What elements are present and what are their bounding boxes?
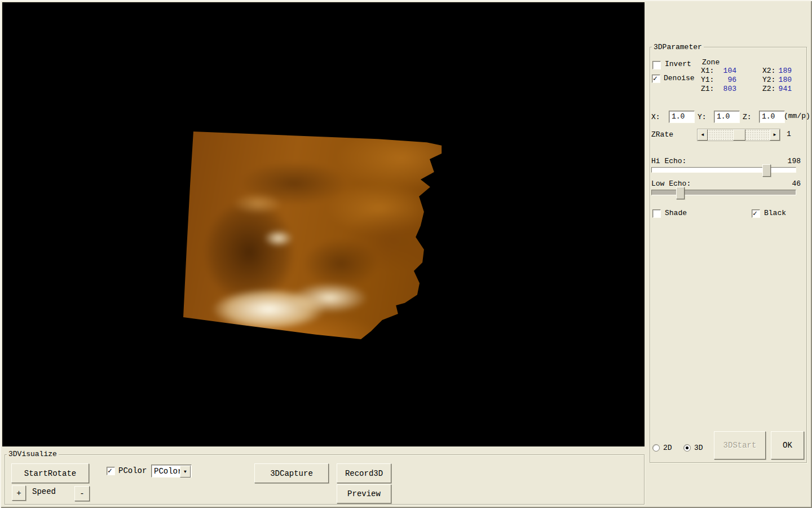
zrate-scrollbar-thumb[interactable] <box>733 129 745 141</box>
hi-echo-slider-thumb[interactable] <box>762 164 771 177</box>
zone-y2-label: Y2: <box>762 76 775 84</box>
z-scale-input[interactable]: 1.0 <box>759 111 785 123</box>
record-3d-button[interactable]: Record3D <box>337 463 391 483</box>
preview-button[interactable]: Preview <box>337 484 391 503</box>
x-scale-input[interactable]: 1.0 <box>669 111 695 123</box>
zone-y1-label: Y1: <box>701 76 714 84</box>
pcolor-checkbox-label: PColor <box>118 467 147 475</box>
zrate-label: ZRate <box>651 130 673 139</box>
speed-plus-button[interactable]: + <box>12 485 26 501</box>
z-scale-label: Z: <box>743 113 752 121</box>
zone-z2-value: 941 <box>775 85 792 93</box>
ultrasound-3d-render[interactable] <box>183 130 443 342</box>
start3d-button[interactable]: 3DStart <box>714 431 766 459</box>
parameter-groupbox <box>650 47 807 463</box>
speed-label: Speed <box>32 488 56 496</box>
denoise-label: Denoise <box>664 74 695 82</box>
zone-y2-value: 180 <box>775 76 792 84</box>
x-scale-label: X: <box>651 113 660 121</box>
zone-z2-label: Z2: <box>762 85 775 93</box>
capture-3d-button[interactable]: 3DCapture <box>254 463 329 483</box>
zone-x1-label: X1: <box>701 67 714 75</box>
speed-minus-button[interactable]: - <box>74 486 90 501</box>
zrate-left-arrow-icon[interactable]: ◄ <box>698 129 708 141</box>
pcolor-dropdown-value: PColor <box>154 467 182 476</box>
y-scale-input[interactable]: 1.0 <box>714 111 740 123</box>
ok-button[interactable]: OK <box>771 431 804 459</box>
pcolor-dropdown[interactable]: PColor ▼ <box>151 465 192 478</box>
zrate-right-arrow-icon[interactable]: ► <box>770 129 780 141</box>
zone-label: Zone <box>702 58 720 67</box>
hi-echo-value: 198 <box>778 157 801 165</box>
low-echo-label: Low Echo: <box>651 179 691 188</box>
pcolor-checkbox[interactable] <box>107 467 115 475</box>
black-checkbox[interactable] <box>752 209 760 218</box>
black-label: Black <box>764 209 786 217</box>
low-echo-value: 46 <box>778 179 801 188</box>
mode-2d-radio[interactable] <box>652 444 660 452</box>
parameter-group-title: 3DParameter <box>652 43 704 51</box>
hi-echo-label: Hi Echo: <box>651 157 686 165</box>
scale-unit-label: (mm/p) <box>784 112 810 120</box>
low-echo-slider-track[interactable] <box>651 190 796 195</box>
zone-y1-value: 96 <box>716 76 736 84</box>
mode-3d-label: 3D <box>694 444 703 452</box>
zone-z1-value: 803 <box>716 85 736 93</box>
zone-x1-value: 104 <box>716 67 736 75</box>
invert-label: Invert <box>665 60 691 68</box>
denoise-checkbox[interactable] <box>652 75 660 83</box>
render-viewport[interactable] <box>2 2 645 446</box>
pcolor-dropdown-arrow-icon[interactable]: ▼ <box>180 466 191 478</box>
visualize-group-title: 3DVisualize <box>7 450 59 458</box>
invert-checkbox[interactable] <box>652 61 661 69</box>
ultrasound-render-shading <box>175 121 451 351</box>
hi-echo-slider-track[interactable] <box>651 167 796 173</box>
application-window: 3DParameter Invert Denoise Zone X1: 104 … <box>0 0 812 508</box>
zrate-value: 1 <box>787 130 791 138</box>
zrate-scrollbar[interactable]: ◄ ► <box>697 129 780 141</box>
start-rotate-button[interactable]: StartRotate <box>11 463 89 483</box>
low-echo-slider-thumb[interactable] <box>676 187 685 199</box>
zone-x2-value: 189 <box>775 67 792 75</box>
shade-label: Shade <box>665 209 687 217</box>
shade-checkbox[interactable] <box>652 209 661 218</box>
y-scale-label: Y: <box>698 113 707 121</box>
mode-3d-radio[interactable] <box>683 444 691 452</box>
zone-x2-label: X2: <box>762 67 775 75</box>
zone-z1-label: Z1: <box>701 85 714 93</box>
mode-2d-label: 2D <box>663 444 672 452</box>
